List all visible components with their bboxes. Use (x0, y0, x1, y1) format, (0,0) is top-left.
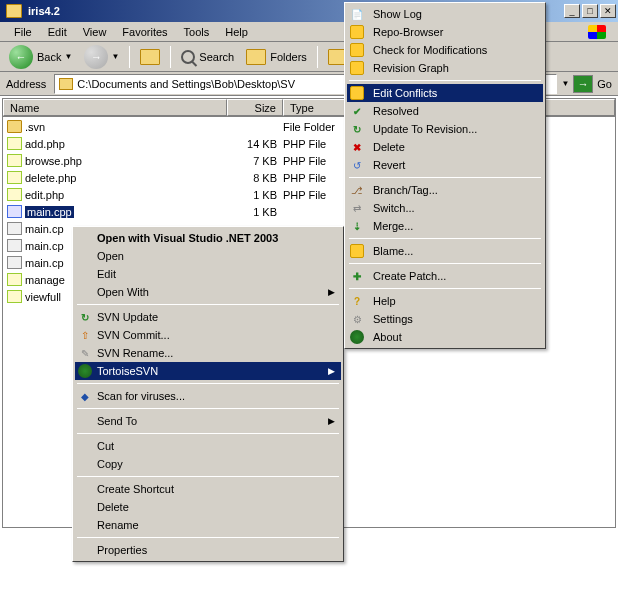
tortoise-icon (78, 364, 92, 378)
file-name: .svn (25, 121, 227, 133)
svn-merge[interactable]: ⇣Merge... (347, 217, 543, 235)
search-icon (181, 50, 195, 64)
ctx-send-to[interactable]: Send To▶ (75, 412, 341, 430)
svn-settings[interactable]: ⚙Settings (347, 310, 543, 328)
menu-view[interactable]: View (75, 24, 115, 40)
rename-icon: ✎ (78, 346, 92, 360)
go-button[interactable]: → (573, 75, 593, 93)
svn-edit-conflicts[interactable]: Edit Conflicts (347, 84, 543, 102)
update-icon: ↻ (78, 310, 92, 324)
revert-icon: ↺ (350, 158, 364, 172)
ctx-tortoisesvn[interactable]: TortoiseSVN▶ (75, 362, 341, 380)
svn-branch[interactable]: ⎇Branch/Tag... (347, 181, 543, 199)
col-size[interactable]: Size (227, 99, 283, 116)
maximize-button[interactable]: □ (582, 4, 598, 18)
ctx-rename[interactable]: Rename (75, 516, 341, 534)
ctx-properties[interactable]: Properties (75, 541, 341, 559)
file-name: browse.php (25, 155, 227, 167)
commit-icon: ⇧ (78, 328, 92, 342)
repo-icon (350, 25, 364, 39)
back-button[interactable]: ← Back ▼ (4, 42, 77, 72)
file-size: 8 KB (227, 172, 283, 184)
ctx-open-vs[interactable]: Open with Visual Studio .NET 2003 (75, 229, 341, 247)
file-icon (7, 120, 22, 133)
file-name: viewfull (25, 291, 77, 303)
col-name[interactable]: Name (3, 99, 227, 116)
svn-show-log[interactable]: 📄Show Log (347, 5, 543, 23)
search-button[interactable]: Search (176, 47, 239, 67)
file-icon (7, 290, 22, 303)
file-name: main.cpp (25, 206, 227, 218)
menu-file[interactable]: File (6, 24, 40, 40)
menu-favorites[interactable]: Favorites (114, 24, 175, 40)
switch-icon: ⇄ (350, 201, 364, 215)
svn-blame[interactable]: Blame... (347, 242, 543, 260)
menu-tools[interactable]: Tools (176, 24, 218, 40)
svn-create-patch[interactable]: ✚Create Patch... (347, 267, 543, 285)
folders-label: Folders (270, 51, 307, 63)
file-icon (7, 171, 22, 184)
patch-icon: ✚ (350, 269, 364, 283)
svn-delete[interactable]: ✖Delete (347, 138, 543, 156)
svn-switch[interactable]: ⇄Switch... (347, 199, 543, 217)
file-size: 1 KB (227, 189, 283, 201)
svn-help[interactable]: ?Help (347, 292, 543, 310)
ctx-delete[interactable]: Delete (75, 498, 341, 516)
file-size: 7 KB (227, 155, 283, 167)
context-menu: Open with Visual Studio .NET 2003 Open E… (72, 226, 344, 562)
address-dropdown[interactable]: ▼ (561, 79, 569, 88)
address-folder-icon (59, 78, 73, 90)
conflict-icon (350, 86, 364, 100)
file-name: manage (25, 274, 77, 286)
ctx-svn-commit[interactable]: ⇧SVN Commit... (75, 326, 341, 344)
shield-icon: ◆ (78, 389, 92, 403)
minimize-button[interactable]: _ (564, 4, 580, 18)
file-icon (7, 239, 22, 252)
svn-rev-graph[interactable]: Revision Graph (347, 59, 543, 77)
svn-resolved[interactable]: ✔Resolved (347, 102, 543, 120)
ctx-open[interactable]: Open (75, 247, 341, 265)
menu-edit[interactable]: Edit (40, 24, 75, 40)
close-button[interactable]: ✕ (600, 4, 616, 18)
log-icon: 📄 (350, 7, 364, 21)
folders-button[interactable]: Folders (241, 46, 312, 68)
window-icon (6, 4, 22, 18)
go-label: Go (597, 78, 612, 90)
file-icon (7, 222, 22, 235)
ctx-open-with[interactable]: Open With▶ (75, 283, 341, 301)
forward-button[interactable]: → ▼ (79, 42, 124, 72)
about-icon (350, 330, 364, 344)
folders-icon (246, 49, 266, 65)
file-name: edit.php (25, 189, 227, 201)
file-name: add.php (25, 138, 227, 150)
menu-help[interactable]: Help (217, 24, 256, 40)
ctx-svn-update[interactable]: ↻SVN Update (75, 308, 341, 326)
svn-repo-browser[interactable]: Repo-Browser (347, 23, 543, 41)
file-icon (7, 273, 22, 286)
file-name: delete.php (25, 172, 227, 184)
svn-check-mods[interactable]: Check for Modifications (347, 41, 543, 59)
up-icon (140, 49, 160, 65)
ctx-create-shortcut[interactable]: Create Shortcut (75, 480, 341, 498)
ctx-svn-rename[interactable]: ✎SVN Rename... (75, 344, 341, 362)
file-icon (7, 188, 22, 201)
ctx-cut[interactable]: Cut (75, 437, 341, 455)
file-size: 14 KB (227, 138, 283, 150)
file-icon (7, 154, 22, 167)
ctx-scan-viruses[interactable]: ◆Scan for viruses... (75, 387, 341, 405)
file-name: main.cp (25, 257, 77, 269)
windows-logo (582, 23, 612, 41)
graph-icon (350, 61, 364, 75)
ctx-copy[interactable]: Copy (75, 455, 341, 473)
check-icon (350, 43, 364, 57)
file-icon (7, 205, 22, 218)
settings-icon: ⚙ (350, 312, 364, 326)
file-size: 1 KB (227, 206, 283, 218)
branch-icon: ⎇ (350, 183, 364, 197)
delete-icon: ✖ (350, 140, 364, 154)
up-button[interactable] (135, 46, 165, 68)
ctx-edit[interactable]: Edit (75, 265, 341, 283)
svn-revert[interactable]: ↺Revert (347, 156, 543, 174)
svn-about[interactable]: About (347, 328, 543, 346)
svn-update-rev[interactable]: ↻Update To Revision... (347, 120, 543, 138)
